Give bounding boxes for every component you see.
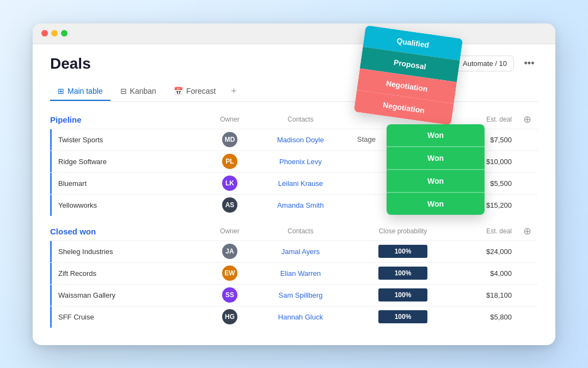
- stage-cell: [344, 178, 462, 189]
- bar-chart: [394, 156, 412, 167]
- kanban-icon: ⊟: [120, 87, 127, 95]
- table-row: Waissman Gallery SS Sam Spillberg 100% $…: [50, 284, 538, 306]
- dot-red[interactable]: [41, 30, 48, 37]
- row-contact[interactable]: Phoenix Levy: [257, 158, 344, 166]
- cw-col-prob: Close probability: [344, 227, 462, 235]
- pipeline-col-est: Est. deal: [462, 116, 516, 123]
- page-header: Deals 👤 +2 ⚡ Automate / 10 •••: [50, 55, 538, 73]
- prob-bar: 100%: [378, 245, 427, 258]
- row-contact[interactable]: Amanda Smith: [257, 201, 344, 209]
- tab-forecast-label: Forecast: [186, 87, 216, 95]
- row-avatar: SS: [203, 287, 257, 303]
- est-deal: $5,800: [462, 313, 516, 321]
- forecast-icon: 📅: [174, 87, 183, 95]
- dot-yellow[interactable]: [51, 30, 58, 37]
- prob-text: 100%: [395, 313, 412, 321]
- row-name: Zift Records: [50, 263, 203, 284]
- est-deal: $7,500: [462, 136, 516, 144]
- table-row: Zift Records EW Elian Warren 100% $4,000: [50, 262, 538, 284]
- more-button[interactable]: •••: [520, 55, 538, 73]
- row-avatar: HG: [203, 309, 257, 324]
- add-tab-button[interactable]: +: [225, 81, 242, 101]
- table-row: Yellowworks AS Amanda Smith $15,200: [50, 194, 538, 216]
- avatar: PL: [222, 154, 237, 169]
- est-deal: $4,000: [462, 269, 516, 277]
- browser-window: Deals 👤 +2 ⚡ Automate / 10 ••• ⊞ Main ta…: [33, 23, 555, 345]
- cw-col-owner: Owner: [203, 227, 257, 235]
- more-icon: •••: [524, 58, 535, 69]
- cw-add-col[interactable]: ⊕: [516, 225, 538, 237]
- table-row: Bluemart LK Leilani Krause $5,500: [50, 172, 538, 194]
- prob-cell: 100%: [344, 267, 462, 280]
- page-title: Deals: [50, 55, 91, 73]
- est-deal: $24,000: [462, 248, 516, 256]
- prob-text: 100%: [395, 248, 412, 255]
- pipeline-col-owner: Owner: [203, 116, 257, 123]
- main-table-icon: ⊞: [58, 87, 64, 95]
- row-contact[interactable]: Madison Doyle: [257, 136, 344, 144]
- avatar: HG: [222, 309, 237, 324]
- header-actions: 👤 +2 ⚡ Automate / 10 •••: [410, 55, 538, 73]
- prob-cell: 100%: [344, 245, 462, 258]
- row-name: Waissman Gallery: [50, 285, 203, 306]
- avatar: LK: [222, 176, 237, 191]
- tab-main-table-label: Main table: [68, 87, 103, 95]
- row-contact[interactable]: Hannah Gluck: [257, 313, 344, 321]
- app-content: Deals 👤 +2 ⚡ Automate / 10 ••• ⊞ Main ta…: [33, 44, 555, 345]
- prob-bar: 100%: [378, 288, 427, 301]
- pipeline-add-col[interactable]: ⊕: [516, 113, 538, 125]
- pipeline-col-contacts: Contacts: [257, 116, 344, 123]
- dot-green[interactable]: [61, 30, 68, 37]
- avatar-group: 👤 +2: [410, 56, 437, 71]
- tab-main-table[interactable]: ⊞ Main table: [50, 82, 111, 101]
- avatar: AS: [222, 197, 237, 213]
- row-avatar: AS: [203, 197, 257, 213]
- row-name: Yellowworks: [50, 195, 203, 216]
- avatar: SS: [222, 287, 237, 303]
- stage-cell: [344, 200, 462, 210]
- cw-col-est: Est. deal: [462, 227, 516, 235]
- bar-chart: [396, 178, 409, 189]
- prob-text: 100%: [395, 269, 412, 277]
- tabs-bar: ⊞ Main table ⊟ Kanban 📅 Forecast +: [50, 81, 538, 102]
- closed-won-title: Closed won: [50, 225, 203, 238]
- avatar-count: +2: [422, 56, 437, 71]
- est-deal: $5,500: [462, 179, 516, 188]
- est-deal: $18,100: [462, 291, 516, 299]
- row-contact[interactable]: Jamal Ayers: [257, 248, 344, 256]
- avatar: EW: [222, 266, 237, 281]
- avatar: MD: [222, 132, 237, 147]
- stage-cell: [344, 156, 462, 167]
- row-name: Sheleg Industries: [50, 241, 203, 262]
- automate-label: Automate / 10: [463, 59, 507, 68]
- table-row: Sheleg Industries JA Jamal Ayers 100% $2…: [50, 240, 538, 262]
- cw-col-contacts: Contacts: [257, 227, 344, 235]
- row-avatar: PL: [203, 154, 257, 169]
- row-name: Bluemart: [50, 173, 203, 194]
- pipeline-section: Pipeline Owner Contacts Est. deal ⊕ Twis…: [50, 113, 538, 216]
- table-row: SFF Cruise HG Hannah Gluck 100% $5,800: [50, 306, 538, 328]
- table-row: Ridge Software PL Phoenix Levy $10,000: [50, 150, 538, 172]
- est-deal: $15,200: [462, 201, 516, 209]
- tab-kanban[interactable]: ⊟ Kanban: [113, 82, 164, 101]
- row-avatar: MD: [203, 132, 257, 147]
- row-contact[interactable]: Sam Spillberg: [257, 291, 344, 299]
- prob-cell: 100%: [344, 288, 462, 301]
- row-name: Twister Sports: [50, 129, 203, 150]
- prob-bar: 100%: [378, 267, 427, 280]
- prob-bar: 100%: [378, 310, 427, 323]
- table-row: Twister Sports MD Madison Doyle $7,500: [50, 129, 538, 150]
- closed-won-header: Closed won Owner Contacts Close probabil…: [50, 225, 538, 238]
- bar-chart: [390, 134, 416, 145]
- closed-won-section: Closed won Owner Contacts Close probabil…: [50, 225, 538, 328]
- avatar: JA: [222, 244, 237, 259]
- row-contact[interactable]: Elian Warren: [257, 269, 344, 277]
- row-name: Ridge Software: [50, 151, 203, 172]
- row-contact[interactable]: Leilani Krause: [257, 179, 344, 188]
- automate-icon: ⚡: [451, 59, 460, 68]
- prob-cell: 100%: [344, 310, 462, 323]
- automate-button[interactable]: ⚡ Automate / 10: [444, 56, 514, 71]
- tab-forecast[interactable]: 📅 Forecast: [166, 82, 223, 101]
- row-avatar: EW: [203, 266, 257, 281]
- row-avatar: JA: [203, 244, 257, 259]
